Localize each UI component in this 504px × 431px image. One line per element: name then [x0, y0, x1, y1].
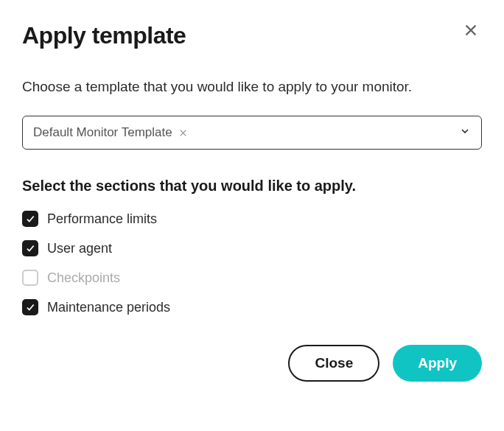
checkbox-checked-icon[interactable]: [22, 240, 38, 256]
section-item-performance-limits[interactable]: Performance limits: [22, 211, 482, 227]
section-item-checkpoints: Checkpoints: [22, 270, 482, 286]
section-label: Checkpoints: [47, 270, 120, 286]
section-item-user-agent[interactable]: User agent: [22, 240, 482, 256]
sections-checkbox-list: Performance limits User agent Checkpoint…: [22, 211, 482, 315]
close-icon[interactable]: [460, 19, 482, 44]
checkbox-checked-icon[interactable]: [22, 211, 38, 227]
section-label: Maintenance periods: [47, 300, 170, 315]
dialog-button-row: Close Apply: [22, 345, 482, 382]
section-item-maintenance-periods[interactable]: Maintenance periods: [22, 299, 482, 315]
template-select-value: Default Monitor Template: [33, 125, 172, 140]
apply-button[interactable]: Apply: [393, 345, 482, 382]
clear-selection-icon[interactable]: [178, 128, 188, 138]
section-label: Performance limits: [47, 211, 157, 227]
dialog-title: Apply template: [22, 22, 186, 49]
template-select[interactable]: Default Monitor Template: [22, 116, 482, 150]
chevron-down-icon: [459, 125, 471, 140]
sections-heading: Select the sections that you would like …: [22, 178, 482, 195]
section-label: User agent: [47, 241, 112, 256]
dialog-description: Choose a template that you would like to…: [22, 79, 482, 95]
checkbox-unchecked-disabled-icon: [22, 270, 38, 286]
checkbox-checked-icon[interactable]: [22, 299, 38, 315]
close-button[interactable]: Close: [288, 345, 379, 382]
